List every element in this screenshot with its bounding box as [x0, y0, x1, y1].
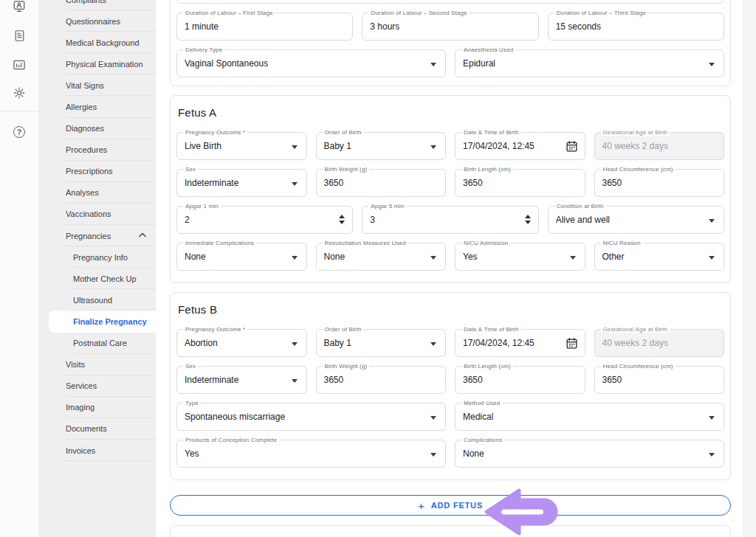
plus-icon: +: [418, 500, 425, 511]
field-order-of-birth[interactable]: Order of BirthBaby 1: [316, 329, 447, 357]
field-head-circumference-cm[interactable]: Head Circumference (cm)3650: [594, 366, 725, 394]
field-nicu-reason[interactable]: NICU ReasonOther: [594, 243, 725, 271]
field-value: Other: [602, 252, 625, 262]
billing-document-icon[interactable]: [13, 29, 26, 42]
field-birth-length-cm[interactable]: Birth Length (cm)3650: [455, 169, 585, 197]
sidebar-item-label: Invoices: [66, 446, 95, 455]
calendar-icon[interactable]: [566, 140, 578, 153]
sidebar-item-allergies[interactable]: Allergies: [38, 96, 156, 117]
field-label: Date & Time of Birth: [461, 326, 521, 333]
field-label: Duration of Labour – Third Stage: [554, 10, 648, 16]
help-icon[interactable]: ?: [13, 125, 26, 139]
field-head-circumference-cm[interactable]: Head Circumference (cm)3650: [594, 169, 725, 197]
sidebar-item-documents[interactable]: Documents: [38, 418, 156, 440]
field-value: 3650: [463, 178, 483, 188]
field-value: Alive and well: [556, 215, 610, 225]
field-value: Indeterminate: [185, 375, 238, 385]
field-apgar-1-min[interactable]: Apgar 1 min2: [176, 206, 353, 234]
sidebar-item-ultrasound[interactable]: Ultrasound: [38, 289, 156, 311]
field-condition-at-birth[interactable]: Condition at BirthAlive and well: [548, 206, 724, 234]
sidebar-item-vital-signs[interactable]: Vital Signs: [38, 75, 156, 96]
field-anaesthesia-used[interactable]: Anaesthesia UsedEpidural: [455, 49, 724, 77]
field-duration-of-labour-first-stage[interactable]: Duration of Labour – First Stage1 minute: [176, 13, 353, 41]
field-value: 17/04/2024, 12:45: [463, 141, 535, 151]
field-label: Order of Birth: [323, 129, 364, 136]
dropdown-caret-icon: [292, 342, 298, 346]
stepper-arrows-icon[interactable]: [525, 215, 531, 224]
patient-kiosk-icon[interactable]: [13, 0, 26, 13]
field-duration-of-labour-second-stage[interactable]: Duration of Labour – Second Stage3 hours: [362, 13, 538, 41]
dropdown-caret-icon: [709, 416, 715, 420]
field-row: Delivery TypeVaginal SpontaneousAnaesthe…: [176, 49, 724, 77]
field-nicu-admission[interactable]: NICU AdmissionYes: [455, 243, 585, 271]
dropdown-caret-icon: [430, 145, 436, 149]
sidebar-item-invoices[interactable]: Invoices: [38, 440, 156, 461]
field-pregnancy-outcome[interactable]: Pregnancy Outcome *Abortion: [176, 329, 307, 357]
field-label: Pregnancy Outcome *: [183, 129, 247, 136]
dashboard-chart-icon[interactable]: [13, 58, 26, 72]
field-products-of-conception-complete[interactable]: Products of Conception CompleteYes: [176, 440, 446, 468]
field-pregnancy-outcome[interactable]: Pregnancy Outcome *Live Birth: [176, 132, 307, 160]
sidebar-item-diagnoses[interactable]: Diagnoses: [38, 118, 156, 139]
sidebar-item-postnatal-care[interactable]: Postnatal Care: [38, 333, 156, 354]
field-date-time-of-birth[interactable]: Date & Time of Birth17/04/2024, 12:45: [455, 329, 585, 357]
field-value: Yes: [463, 252, 478, 262]
field-method-used[interactable]: Method UsedMedical: [455, 403, 724, 431]
field-order-of-birth[interactable]: Order of BirthBaby 1: [316, 132, 447, 160]
field-immediate-complications[interactable]: Immediate ComplicationsNone: [176, 243, 307, 271]
section-title: Fetus A: [178, 106, 723, 119]
sidebar-item-prescriptions[interactable]: Prescriptions: [38, 161, 156, 182]
calendar-icon[interactable]: [566, 337, 578, 350]
sidebar-item-questionnaires[interactable]: Questionnaires: [38, 10, 156, 32]
sidebar-item-medical-background[interactable]: Medical Background: [38, 32, 156, 53]
dropdown-caret-icon: [292, 256, 298, 260]
sidebar-item-finalize-pregnancy[interactable]: Finalize Pregnancy: [49, 311, 156, 332]
cut-off-field[interactable]: [176, 0, 724, 4]
field-sex[interactable]: SexIndeterminate: [176, 366, 307, 394]
field-value: Spontaneous miscarriage: [185, 412, 285, 422]
field-type[interactable]: TypeSpontaneous miscarriage: [176, 403, 446, 431]
add-fetus-button[interactable]: + ADD FETUS: [170, 495, 731, 516]
sidebar-item-imaging[interactable]: Imaging: [38, 397, 156, 418]
scrollbar-track[interactable]: [743, 0, 756, 537]
sidebar-item-pregnancy-info[interactable]: Pregnancy Info: [38, 246, 156, 268]
field-date-time-of-birth[interactable]: Date & Time of Birth17/04/2024, 12:45: [455, 132, 585, 160]
field-label: Products of Conception Complete: [183, 437, 279, 443]
sidebar-item-complaints[interactable]: Complaints: [38, 0, 156, 10]
field-birth-length-cm[interactable]: Birth Length (cm)3650: [455, 366, 585, 394]
sidebar-item-mother-check-up[interactable]: Mother Check Up: [38, 268, 156, 289]
stepper-arrows-icon[interactable]: [339, 215, 345, 224]
sidebar-item-visits[interactable]: Visits: [38, 354, 156, 375]
sidebar-item-physical-examination[interactable]: Physical Examination: [38, 53, 156, 75]
field-apgar-5-min[interactable]: Apgar 5 min3: [362, 206, 538, 234]
sidebar-item-analyses[interactable]: Analyses: [38, 182, 156, 204]
dropdown-caret-icon: [430, 342, 436, 346]
field-row: Pregnancy Outcome *Live BirthOrder of Bi…: [176, 132, 724, 160]
field-value: Indeterminate: [185, 178, 238, 188]
field-birth-weight-g[interactable]: Birth Weight (g)3650: [316, 169, 447, 197]
sidebar-item-label: Pregnancies: [66, 232, 111, 240]
settings-gear-icon[interactable]: [13, 86, 26, 100]
sidebar-item-label: Vital Signs: [66, 81, 104, 90]
field-sex[interactable]: SexIndeterminate: [176, 169, 307, 197]
field-resuscitation-measures-used[interactable]: Resuscitation Measures UsedNone: [316, 243, 447, 271]
field-birth-weight-g[interactable]: Birth Weight (g)3650: [316, 366, 447, 394]
field-value: 40 weeks 2 days: [602, 141, 668, 151]
field-row: [176, 0, 724, 4]
field-duration-of-labour-third-stage[interactable]: Duration of Labour – Third Stage15 secon…: [548, 13, 724, 41]
field-label: Birth Weight (g): [323, 166, 370, 173]
field-value: Baby 1: [324, 141, 351, 151]
sidebar-item-vaccinations[interactable]: Vaccinations: [38, 204, 156, 225]
sidebar-item-pregnancies[interactable]: Pregnancies: [38, 225, 156, 246]
sidebar: ComplaintsQuestionnairesMedical Backgrou…: [38, 0, 156, 537]
field-delivery-type[interactable]: Delivery TypeVaginal Spontaneous: [176, 49, 446, 77]
field-value: Medical: [463, 412, 493, 422]
field-label: Birth Length (cm): [461, 166, 513, 173]
sidebar-item-services[interactable]: Services: [38, 375, 156, 397]
field-label: Duration of Labour – First Stage: [183, 10, 275, 16]
field-label: Pregnancy Outcome *: [183, 326, 247, 333]
field-label: NICU Reason: [601, 240, 643, 246]
field-label: Head Circumference (cm): [601, 363, 676, 370]
sidebar-item-procedures[interactable]: Procedures: [38, 139, 156, 161]
field-complications[interactable]: ComplicationsNone: [455, 440, 724, 468]
